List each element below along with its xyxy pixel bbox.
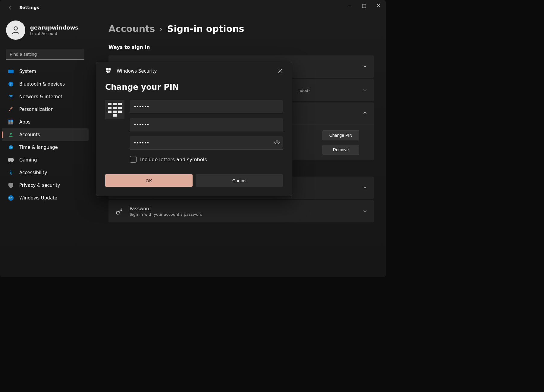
- include-letters-checkbox[interactable]: [130, 156, 137, 163]
- dialog-brand: Windows Security: [117, 68, 157, 74]
- confirm-pin-input[interactable]: [130, 136, 283, 149]
- current-pin-input[interactable]: [130, 100, 283, 113]
- dialog-close-button[interactable]: [276, 66, 285, 75]
- new-pin-input[interactable]: [130, 118, 283, 131]
- svg-point-11: [276, 142, 278, 143]
- windows-security-dialog: Windows Security Change your PIN: [96, 62, 292, 196]
- cancel-button[interactable]: Cancel: [196, 174, 283, 187]
- windows-security-shield-icon: [105, 67, 111, 75]
- keypad-icon: [105, 100, 124, 119]
- dialog-heading: Change your PIN: [105, 83, 283, 92]
- include-letters-label: Include letters and symbols: [140, 157, 207, 162]
- dialog-overlay: Windows Security Change your PIN: [0, 0, 386, 277]
- ok-button[interactable]: OK: [105, 174, 193, 187]
- reveal-password-icon[interactable]: [274, 140, 280, 146]
